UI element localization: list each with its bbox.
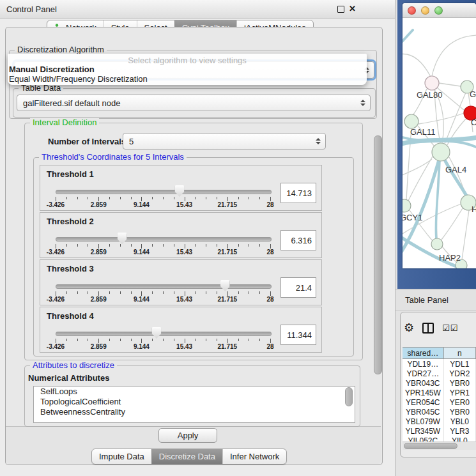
close-traffic-light[interactable] (408, 6, 416, 15)
node-label: G (470, 89, 476, 99)
threshold-slider[interactable]: -3.4262.8599.14415.4321.71528 (56, 185, 270, 209)
slider-tick-labels: -3.4262.8599.14415.4321.71528 (56, 249, 270, 256)
threshold-value-field[interactable]: 6.316 (280, 230, 316, 250)
shared-name-cell[interactable]: YPR145W (403, 388, 444, 397)
tick-label: 28 (266, 201, 273, 208)
gear-icon[interactable]: ⚙ (404, 322, 414, 334)
dropdown-option-manual[interactable]: Manual Discretization (9, 65, 95, 74)
threshold-value-field[interactable]: 21.4 (280, 277, 316, 298)
table-data-value: galFiltered.sif default node (23, 98, 120, 108)
threshold-value-field[interactable]: 11.344 (280, 325, 316, 345)
threshold-slider[interactable]: -3.4262.8599.14415.4321.71528 (56, 279, 270, 303)
zoom-traffic-light[interactable] (434, 6, 443, 15)
number-of-intervals-combobox[interactable]: 5 (123, 133, 326, 150)
scrollbar-thumb[interactable] (404, 443, 457, 449)
name-cell[interactable]: YLR3 (444, 426, 476, 436)
combo-arrows-icon (360, 100, 365, 106)
attributes-scrollbar[interactable] (345, 387, 353, 406)
slider-ticks (56, 290, 270, 296)
tick-label: 28 (266, 249, 273, 256)
threshold-panel: Threshold 1 -3.4262.8599.14415.4321.7152… (40, 165, 322, 211)
node-gal4[interactable] (432, 143, 450, 161)
network-window-titlebar (403, 3, 476, 18)
name-cell[interactable]: YBR0 (444, 407, 476, 417)
group-title: Attributes to discretize (30, 360, 117, 370)
tab-impute-data[interactable]: Impute Data (92, 449, 151, 464)
shared-name-cell[interactable]: YDR27… (403, 369, 444, 378)
control-panel-title: Control Panel (6, 4, 57, 14)
table-row[interactable]: YPR145W YPR1 (403, 388, 476, 397)
threshold-slider[interactable]: -3.4262.8599.14415.4321.71528 (56, 326, 270, 351)
node-hap2[interactable] (431, 238, 443, 250)
threshold-panel: Threshold 3 -3.4262.8599.14415.4321.7152… (40, 259, 322, 305)
split-columns-icon[interactable] (422, 323, 434, 334)
node-label: GAL80 (417, 90, 442, 100)
dropdown-option-equal-width[interactable]: Equal Width/Frequency Discretization (9, 74, 148, 84)
node-gal11[interactable] (404, 114, 418, 128)
slider-ticks (56, 243, 270, 249)
float-window-icon[interactable] (337, 6, 344, 13)
apply-button[interactable]: Apply (158, 428, 217, 443)
shared-name-cell[interactable]: YER054C (403, 397, 444, 407)
column-header-shared-name[interactable]: shared… (403, 348, 444, 358)
network-canvas[interactable]: GAL80 G C GAL11 GAL4 GCY1 H HAP2 (403, 17, 476, 268)
table-row[interactable]: YIL052C YIL0 (403, 436, 476, 441)
shared-name-cell[interactable]: YBR045C (403, 407, 444, 417)
threshold-value-field[interactable]: 14.713 (280, 183, 316, 203)
tab-label: Impute Data (99, 452, 144, 461)
shared-name-cell[interactable]: YIL052C (403, 436, 444, 441)
name-cell[interactable]: YDR2 (444, 369, 476, 378)
table-row[interactable]: YLR345W YLR3 (403, 426, 476, 436)
name-cell[interactable]: YER0 (444, 397, 476, 407)
name-cell[interactable]: YBL0 (444, 417, 476, 426)
number-of-intervals-label: Number of Intervals (48, 137, 126, 146)
name-cell[interactable]: YDL1 (444, 359, 476, 369)
shared-name-cell[interactable]: YBL079W (403, 417, 444, 426)
tab-infer-network[interactable]: Infer Network (222, 449, 286, 464)
control-panel: Control Panel ✕ NetworkStyleSelectCyni T… (0, 0, 395, 476)
node-label: GAL4 (445, 165, 466, 174)
node-table[interactable]: shared… n YDL19… YDL1 YDR27… YDR2 YBR043… (403, 347, 476, 441)
tick-label: 2.859 (91, 249, 107, 256)
shared-name-cell[interactable]: YLR345W (403, 426, 444, 436)
threshold-slider[interactable]: -3.4262.8599.14415.4321.71528 (56, 232, 270, 256)
table-row[interactable]: YBR045C YBR0 (403, 407, 476, 417)
close-icon[interactable]: ✕ (349, 0, 356, 18)
checkbox-icons[interactable]: ☑☑ (442, 323, 458, 333)
table-data-combobox[interactable]: galFiltered.sif default node (17, 95, 371, 111)
content-vertical-scrollbar[interactable] (374, 135, 382, 374)
column-header-name[interactable]: n (444, 348, 476, 358)
numerical-attributes-list[interactable]: SelfLoopsTopologicalCoefficientBetweenne… (33, 386, 355, 423)
slider-track[interactable] (56, 190, 272, 194)
table-row[interactable]: YDR27… YDR2 (403, 369, 476, 378)
slider-track[interactable] (56, 332, 272, 336)
minimize-traffic-light[interactable] (421, 6, 429, 15)
table-horizontal-scrollbar[interactable] (403, 441, 476, 450)
tick-label: 9.144 (134, 343, 150, 350)
tick-label: 15.43 (176, 201, 192, 208)
name-cell[interactable]: YPR1 (444, 388, 476, 397)
attribute-item[interactable]: BetweennessCentrality (34, 407, 355, 417)
tab-discretize-data[interactable]: Discretize Data (151, 449, 222, 464)
table-row[interactable]: YBR043C YBR0 (403, 378, 476, 388)
attribute-item[interactable]: SelfLoops (34, 387, 355, 397)
table-row[interactable]: YER054C YER0 (403, 397, 476, 407)
tick-label: 2.859 (91, 296, 107, 303)
tick-label: 15.43 (176, 296, 192, 303)
name-cell[interactable]: YBR0 (444, 378, 476, 388)
table-row[interactable]: YBL079W YBL0 (403, 417, 476, 426)
attribute-item[interactable]: TopologicalCoefficient (34, 397, 355, 407)
group-title: Interval Definition (30, 118, 99, 127)
shared-name-cell[interactable]: YBR043C (403, 378, 444, 388)
slider-tick-labels: -3.4262.8599.14415.4321.71528 (56, 201, 270, 209)
tick-label: 9.144 (134, 296, 150, 303)
node-gal80[interactable] (425, 76, 439, 90)
slider-track[interactable] (56, 237, 272, 242)
table-panel-title: Table Panel (405, 295, 449, 305)
slider-track[interactable] (56, 284, 272, 289)
shared-name-cell[interactable]: YDL19… (403, 359, 444, 369)
table-body: YDL19… YDL1 YDR27… YDR2 YBR043C YBR0 YPR… (403, 359, 476, 441)
table-row[interactable]: YDL19… YDL1 (403, 359, 476, 369)
tick-label: 28 (266, 343, 273, 350)
name-cell[interactable]: YIL0 (444, 436, 476, 441)
